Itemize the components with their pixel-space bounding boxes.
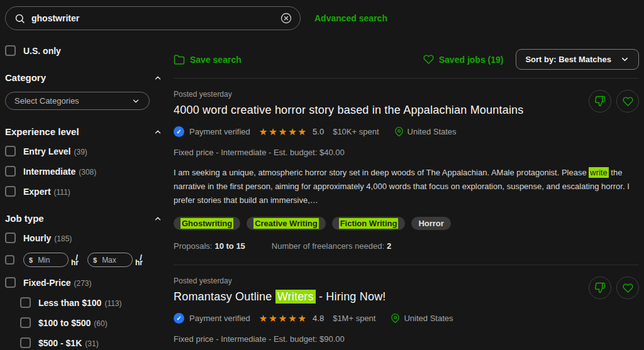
posted-time: Posted yesterday <box>174 276 579 285</box>
save-search-link[interactable]: Save search <box>174 54 242 65</box>
job-tags: Ghostwriting Creative Writing Fiction Wr… <box>174 217 639 230</box>
freelancers-value: 2 <box>387 241 391 251</box>
save-job-button[interactable] <box>616 276 639 299</box>
job-card-actions <box>589 90 639 112</box>
job-title[interactable]: 4000 word creative horror story based in… <box>174 104 579 117</box>
chevron-down-icon <box>131 97 140 106</box>
category-section-header[interactable]: Category <box>5 72 162 83</box>
search-row: Advanced search <box>5 6 639 30</box>
max-rate-field[interactable]: $ <box>87 253 133 267</box>
hourly-checkbox[interactable] <box>5 232 16 243</box>
rating-value: 4.8 <box>313 314 324 323</box>
posted-time: Posted yesterday <box>174 90 579 99</box>
thumbs-down-icon <box>594 96 606 107</box>
entry-level-label: Entry Level(39) <box>23 146 87 156</box>
thumbs-down-icon <box>594 282 606 293</box>
min-rate-field[interactable]: $ <box>23 253 69 267</box>
client-spent: $10K+ spent <box>333 127 379 136</box>
intermediate-label: Intermediate(308) <box>23 167 96 177</box>
tag-creative-writing[interactable]: Creative Writing <box>247 217 325 230</box>
search-bar[interactable] <box>5 6 301 30</box>
dislike-button[interactable] <box>589 276 611 299</box>
job-meta: ✓ Payment verified ★★★★★ ★★★★★ 5.0 $10K+… <box>174 126 639 137</box>
proposals-value: 10 to 15 <box>214 241 245 251</box>
search-icon <box>14 13 25 24</box>
chevron-up-icon[interactable] <box>153 128 162 136</box>
min-rate-input[interactable] <box>38 256 63 265</box>
500-to-1k-checkbox[interactable] <box>20 337 31 348</box>
filter-fixed-price[interactable]: Fixed-Price(273) <box>5 277 164 288</box>
100-to-500-checkbox[interactable] <box>20 317 31 328</box>
per-hour-label: / hr <box>135 254 143 266</box>
client-country: United States <box>404 314 453 323</box>
us-only-checkbox[interactable] <box>5 45 16 56</box>
filter-100-to-500[interactable]: $100 to $500(60) <box>20 317 164 328</box>
rating-value: 5.0 <box>313 127 324 136</box>
dollar-icon: $ <box>29 256 33 264</box>
advanced-search-link[interactable]: Advanced search <box>314 13 387 23</box>
save-search-label: Save search <box>190 55 242 65</box>
keyword-highlight: write <box>589 167 608 178</box>
expert-label: Expert(111) <box>23 187 70 197</box>
dollar-icon: $ <box>93 256 97 264</box>
filter-expert[interactable]: Expert(111) <box>5 186 164 197</box>
job-type-title: Job type <box>5 213 44 224</box>
star-rating: ★★★★★ ★★★★★ <box>259 314 308 323</box>
tag-ghostwriting[interactable]: Ghostwriting <box>174 217 240 230</box>
experience-section-header[interactable]: Experience level <box>5 126 162 137</box>
category-select[interactable]: Select Categories <box>5 92 150 110</box>
sort-dropdown[interactable]: Sort by: Best Matches <box>516 49 639 70</box>
experience-title: Experience level <box>5 126 79 137</box>
100-to-500-label: $100 to $500(60) <box>38 318 108 328</box>
job-budget-line: Fixed price - Intermediate - Est. budget… <box>174 334 639 344</box>
entry-level-checkbox[interactable] <box>5 146 16 156</box>
proposals-label: Proposals: <box>174 241 212 251</box>
saved-jobs-link[interactable]: Saved jobs (19) <box>423 54 504 65</box>
heart-icon <box>623 283 633 293</box>
category-title: Category <box>5 72 46 83</box>
chevron-up-icon[interactable] <box>153 74 162 82</box>
freelancers-label: Number of freelancers needed: <box>272 241 384 251</box>
expert-checkbox[interactable] <box>5 186 16 197</box>
tag-horror[interactable]: Horror <box>411 217 450 230</box>
search-input[interactable] <box>31 13 280 23</box>
filters-sidebar: U.S. only Category Select Categories Exp… <box>5 45 164 350</box>
job-meta: ✓ Payment verified ★★★★★ ★★★★★ 4.8 $1M+ … <box>174 313 639 324</box>
job-stats: Proposals:10 to 15 Number of freelancers… <box>174 241 639 251</box>
chevron-down-icon <box>620 55 630 64</box>
results-panel: Save search Saved jobs (19) Sort by: Bes… <box>164 45 639 350</box>
location-pin-icon <box>391 314 400 323</box>
saved-jobs-label: Saved jobs (19) <box>439 55 504 65</box>
clear-search-icon[interactable] <box>280 12 292 25</box>
job-type-section-header[interactable]: Job type <box>5 213 162 224</box>
hourly-range-checkbox[interactable] <box>5 255 14 265</box>
chevron-up-icon[interactable] <box>153 214 162 223</box>
filter-hourly[interactable]: Hourly(185) <box>5 232 164 243</box>
us-only-label: U.S. only <box>23 46 61 56</box>
less-than-100-checkbox[interactable] <box>20 297 31 308</box>
us-only-filter[interactable]: U.S. only <box>5 45 164 56</box>
heart-icon <box>423 54 434 65</box>
max-rate-input[interactable] <box>102 256 127 265</box>
filter-intermediate[interactable]: Intermediate(308) <box>5 166 164 177</box>
tag-fiction-writing[interactable]: Fiction Writing <box>332 217 406 230</box>
star-rating: ★★★★★ ★★★★★ <box>259 127 308 136</box>
filter-less-than-100[interactable]: Less than $100(113) <box>20 297 164 308</box>
per-hour-label: / hr <box>71 254 79 266</box>
fixed-price-label: Fixed-Price(273) <box>23 278 92 288</box>
job-title[interactable]: Romantasy Outline Writers - Hiring Now! <box>174 290 579 304</box>
filter-500-to-1k[interactable]: $500 - $1K(31) <box>20 337 164 348</box>
folder-icon <box>174 54 185 65</box>
dislike-button[interactable] <box>589 90 611 112</box>
job-description[interactable]: I am seeking a unique, atmospheric horro… <box>174 166 639 207</box>
500-to-1k-label: $500 - $1K(31) <box>38 338 99 348</box>
intermediate-checkbox[interactable] <box>5 166 16 177</box>
save-job-button[interactable] <box>616 90 639 112</box>
payment-verified-icon: ✓ <box>174 126 184 137</box>
filter-entry-level[interactable]: Entry Level(39) <box>5 146 164 156</box>
job-card[interactable]: Posted yesterday 4000 word creative horr… <box>174 79 639 251</box>
job-card[interactable]: Posted yesterday Romantasy Outline Write… <box>174 265 639 350</box>
category-select-value: Select Categories <box>14 96 79 106</box>
fixed-price-checkbox[interactable] <box>5 277 16 288</box>
hourly-rate-range: $ / hr $ / hr <box>5 253 164 267</box>
